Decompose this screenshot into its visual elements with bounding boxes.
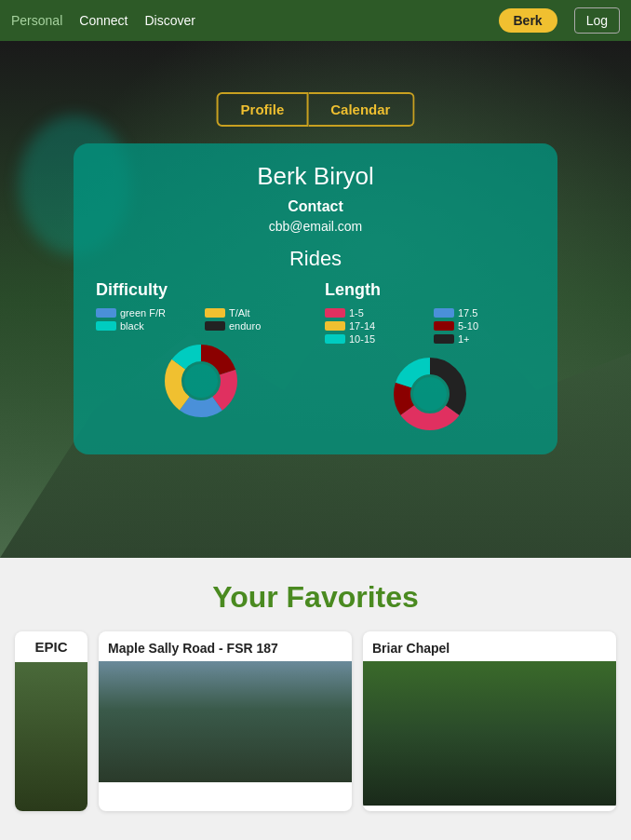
tab-bar: Profile Calendar xyxy=(217,92,415,127)
nav-discover[interactable]: Discover xyxy=(144,13,195,28)
tab-profile[interactable]: Profile xyxy=(217,92,309,127)
maple-title: Maple Sally Road - FSR 187 xyxy=(99,631,352,661)
length-col: Length 1-5 17.5 17-14 xyxy=(325,280,535,436)
navbar: Personal Connect Discover Berk Log xyxy=(0,0,631,41)
svg-point-5 xyxy=(184,364,218,398)
swatch xyxy=(325,321,345,331)
swatch xyxy=(96,321,116,331)
swatch xyxy=(96,308,116,318)
profile-name: Berk Biryol xyxy=(96,162,535,191)
legend-label: black xyxy=(120,320,144,332)
legend-item: 10-15 xyxy=(325,333,426,345)
swatch xyxy=(434,308,454,318)
difficulty-chart xyxy=(96,339,306,423)
legend-item: 17-14 xyxy=(325,320,426,332)
svg-point-10 xyxy=(413,377,447,411)
profile-email: cbb@email.com xyxy=(96,219,535,234)
tab-calendar[interactable]: Calendar xyxy=(308,92,414,127)
hero-section: Profile Calendar Berk Biryol Contact cbb… xyxy=(0,41,631,558)
swatch xyxy=(325,308,345,318)
legend-item: enduro xyxy=(205,320,306,332)
difficulty-heading: Difficulty xyxy=(96,280,306,300)
swatch xyxy=(205,321,225,331)
login-button[interactable]: Log xyxy=(574,7,620,34)
difficulty-legend: green F/R T/Alt black enduro xyxy=(96,307,306,332)
legend-label: 17-14 xyxy=(349,320,375,332)
nav-connect[interactable]: Connect xyxy=(79,13,128,28)
legend-item: 5-10 xyxy=(434,320,535,332)
legend-item: 17.5 xyxy=(434,307,535,318)
legend-label: 17.5 xyxy=(458,307,477,318)
epic-image xyxy=(15,662,87,811)
fav-card-briar[interactable]: Briar Chapel xyxy=(363,631,616,811)
favorites-title: Your Favorites xyxy=(15,580,616,615)
briar-title: Briar Chapel xyxy=(363,631,616,661)
legend-label: T/Alt xyxy=(229,307,250,318)
epic-label: EPIC xyxy=(15,631,87,662)
legend-label: 1+ xyxy=(458,333,470,345)
fav-card-epic[interactable]: EPIC xyxy=(15,631,87,811)
briar-image xyxy=(363,661,616,806)
rides-title: Rides xyxy=(96,247,535,271)
swatch xyxy=(434,334,454,344)
legend-item: green F/R xyxy=(96,307,197,318)
legend-item: 1-5 xyxy=(325,307,426,318)
length-legend: 1-5 17.5 17-14 5-10 xyxy=(325,307,535,345)
stats-row: Difficulty green F/R T/Alt black xyxy=(96,280,535,436)
legend-label: green F/R xyxy=(120,307,166,318)
maple-image xyxy=(99,661,352,782)
legend-label: 10-15 xyxy=(349,333,375,345)
user-button[interactable]: Berk xyxy=(499,8,557,33)
legend-item: 1+ xyxy=(434,333,535,345)
legend-label: 1-5 xyxy=(349,307,364,318)
swatch xyxy=(325,334,345,344)
fav-card-maple[interactable]: Maple Sally Road - FSR 187 xyxy=(99,631,352,811)
favorites-grid: EPIC Maple Sally Road - FSR 187 Briar Ch… xyxy=(15,631,616,811)
legend-item: T/Alt xyxy=(205,307,306,318)
difficulty-col: Difficulty green F/R T/Alt black xyxy=(96,280,306,436)
nav-personal[interactable]: Personal xyxy=(11,13,62,28)
legend-label: enduro xyxy=(229,320,261,332)
length-heading: Length xyxy=(325,280,535,300)
legend-label: 5-10 xyxy=(458,320,478,332)
length-chart xyxy=(325,352,535,436)
legend-item: black xyxy=(96,320,197,332)
favorites-section: Your Favorites EPIC Maple Sally Road - F… xyxy=(0,558,631,830)
profile-card: Berk Biryol Contact cbb@email.com Rides … xyxy=(74,143,557,454)
contact-label: Contact xyxy=(96,198,535,215)
swatch xyxy=(205,308,225,318)
swatch xyxy=(434,321,454,331)
